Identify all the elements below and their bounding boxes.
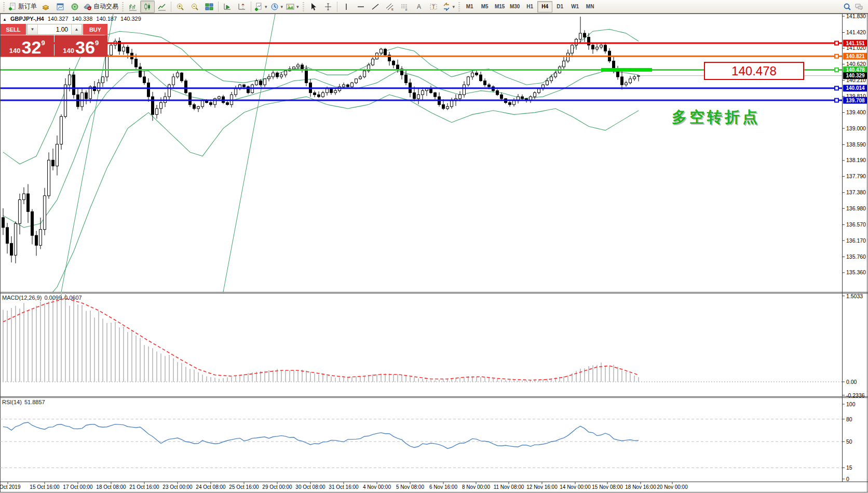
toolbar-grip[interactable] xyxy=(2,2,6,11)
toolbar-grip[interactable] xyxy=(121,2,125,11)
tf-button-m30[interactable]: M30 xyxy=(507,1,522,12)
level-endpoint-marker[interactable] xyxy=(835,86,838,90)
level-endpoint-marker[interactable] xyxy=(835,42,838,45)
macd-histogram-bar xyxy=(376,375,377,382)
candle-body xyxy=(85,93,88,99)
tf-button-d1[interactable]: D1 xyxy=(552,1,567,12)
time-tick-label: 18 Nov 16:00 xyxy=(625,484,656,490)
text-button[interactable]: A xyxy=(412,1,426,13)
toolbar-group-objects: E F A T ▾ xyxy=(339,1,457,13)
tile-windows-button[interactable] xyxy=(202,1,216,13)
chat-icon[interactable] xyxy=(855,3,863,11)
macd-histogram-bar xyxy=(439,380,440,382)
sell-button[interactable]: SELL xyxy=(1,24,26,35)
macd-histogram-bar xyxy=(214,378,215,382)
level-endpoint-marker[interactable] xyxy=(835,68,838,72)
macd-axis-label: 0.00 xyxy=(846,379,857,385)
candle-body xyxy=(147,83,150,97)
data-window-button[interactable] xyxy=(53,1,67,13)
buy-button[interactable]: BUY xyxy=(83,24,107,35)
macd-histogram-bar xyxy=(306,370,307,382)
crosshair-button[interactable] xyxy=(321,1,335,13)
volume-up-button[interactable]: ▲ xyxy=(71,24,82,34)
cn-text-annotation[interactable]: 多空转折点 xyxy=(672,107,760,128)
candle-body xyxy=(521,97,524,99)
symbol-label: GBPJPY-,H4 xyxy=(10,16,44,22)
candle-body xyxy=(430,89,432,93)
sell-price-display[interactable]: 140 32 9 xyxy=(1,35,54,57)
toolbar-grip[interactable] xyxy=(457,2,461,11)
candle-body xyxy=(467,77,470,85)
volume-input[interactable]: 1.00 xyxy=(38,24,71,34)
level-price-badge: 140.478 xyxy=(846,67,865,73)
equidistant-channel-button[interactable]: E xyxy=(383,1,397,13)
buy-price-display[interactable]: 140 36 9 xyxy=(55,35,108,57)
tf-button-m5[interactable]: M5 xyxy=(477,1,492,12)
zoom-in-button[interactable] xyxy=(173,1,187,13)
zoom-out-button[interactable] xyxy=(187,1,202,13)
candle-body xyxy=(397,65,399,69)
macd-histogram-bar xyxy=(23,303,24,382)
candle-body xyxy=(334,91,337,93)
volume-down-button[interactable]: ▼ xyxy=(27,24,38,34)
new-chart-button[interactable]: ▾ xyxy=(253,1,269,13)
macd-histogram-bar xyxy=(613,365,614,382)
new-order-button[interactable]: 新订单 xyxy=(7,1,38,13)
level-endpoint-marker[interactable] xyxy=(835,99,838,102)
toolbar-separator xyxy=(251,2,251,12)
search-icon[interactable] xyxy=(843,3,851,11)
level-endpoint-marker[interactable] xyxy=(835,55,838,58)
candlestick-chart-icon xyxy=(143,3,152,11)
tf-button-m15[interactable]: M15 xyxy=(492,1,507,12)
collapse-arrow-icon[interactable]: ▲ xyxy=(3,17,7,22)
cursor-button[interactable] xyxy=(306,1,321,13)
svg-text:E: E xyxy=(391,8,394,11)
dropdown-caret-icon: ▾ xyxy=(265,4,267,9)
macd-histogram-bar xyxy=(223,378,224,382)
toolbar-grip[interactable] xyxy=(302,2,305,11)
tf-button-m1[interactable]: M1 xyxy=(462,1,477,12)
rsi-indicator-label: RSI(14) 51.8857 xyxy=(2,399,45,405)
cursor-icon xyxy=(309,3,318,11)
text-icon: A xyxy=(415,3,423,11)
chart-shift-button[interactable] xyxy=(235,1,249,13)
candle-body xyxy=(2,218,5,228)
navigator-button[interactable] xyxy=(67,1,82,13)
templates-button[interactable]: ▾ xyxy=(284,1,301,13)
toolbar-group-main: 新订单 自动交易 xyxy=(7,1,120,13)
candle-body xyxy=(260,81,262,85)
time-tick-label: 15 Nov 08:00 xyxy=(592,484,623,490)
trendline-button[interactable] xyxy=(368,1,383,13)
arrows-button[interactable]: ▾ xyxy=(441,1,457,13)
zoom-out-icon xyxy=(191,3,199,11)
auto-scroll-button[interactable] xyxy=(220,1,235,13)
vertical-line-button[interactable] xyxy=(339,1,354,13)
candle-body xyxy=(322,93,324,97)
horizontal-line-icon xyxy=(357,3,365,11)
price-tick-label: 139.400 xyxy=(846,109,866,115)
line-chart-icon xyxy=(158,3,166,11)
fibonacci-button[interactable]: F xyxy=(397,1,412,13)
bar-chart-button[interactable] xyxy=(126,1,140,13)
horizontal-line-button[interactable] xyxy=(354,1,368,13)
sell-price-prefix: 140 xyxy=(9,47,21,55)
macd-histogram-bar xyxy=(314,374,315,382)
market-watch-button[interactable] xyxy=(38,1,53,13)
tf-button-h1[interactable]: H1 xyxy=(522,1,537,12)
highlight-segment[interactable] xyxy=(601,68,652,72)
time-tick-label: 30 Oct 08:00 xyxy=(295,484,326,490)
tf-button-mn[interactable]: MN xyxy=(582,1,598,12)
line-chart-button[interactable] xyxy=(155,1,169,13)
tf-button-w1[interactable]: W1 xyxy=(567,1,582,12)
macd-histogram-bar xyxy=(111,323,112,382)
periods-button[interactable]: ▾ xyxy=(269,1,285,13)
candlestick-chart-button[interactable] xyxy=(140,1,155,13)
price-annotation-box[interactable]: 140.478 xyxy=(704,62,804,80)
crosshair-icon xyxy=(324,3,332,11)
macd-histogram-bar xyxy=(119,327,120,382)
chart-ohlc-header: ▲ GBPJPY-,H4 140.327 140.338 140.187 140… xyxy=(3,16,141,22)
macd-histogram-bar xyxy=(617,367,618,382)
tf-button-h4[interactable]: H4 xyxy=(537,1,552,12)
autotrade-button[interactable]: 自动交易 xyxy=(82,1,120,13)
text-label-button[interactable]: T xyxy=(426,1,441,13)
